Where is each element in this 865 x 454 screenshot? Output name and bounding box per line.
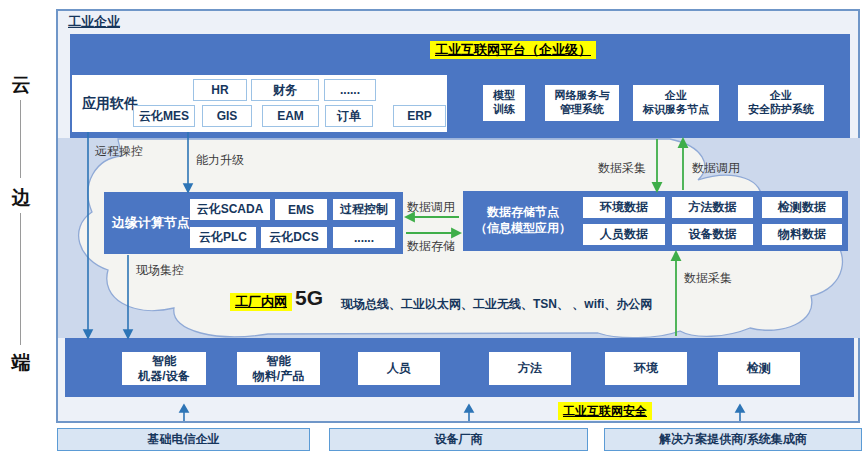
data-node-label: 数据存储节点 （信息模型应用） xyxy=(469,191,577,251)
flow-data-collect-top: 数据采集 xyxy=(598,160,646,177)
rail-label-edge: 边 xyxy=(6,185,36,211)
data-chip-material: 物料数据 xyxy=(762,224,842,245)
flow-remote-control: 远程操控 xyxy=(95,143,143,160)
org-equipment: 设备厂商 xyxy=(329,428,588,451)
terminal-env: 环境 xyxy=(605,352,687,385)
data-chip-env: 环境数据 xyxy=(583,197,665,218)
platform-title: 工业互联网平台（企业级） xyxy=(430,41,596,59)
edge-chip-plc: 云化PLC xyxy=(190,227,256,248)
terminal-person: 人员 xyxy=(358,352,440,385)
diagram-stage: 云 边 端 工业企业 工业互联网平台（企业级） 应用软件 HR 财务 .....… xyxy=(0,0,865,454)
rail-connector xyxy=(20,100,21,178)
terminal-smart-material: 智能 物料/产品 xyxy=(237,352,320,385)
app-chip-mes: 云化MES xyxy=(133,105,195,127)
app-chip-finance: 财务 xyxy=(251,79,319,101)
network-list: 现场总线、工业以太网、工业无线、TSN、 、wifi、办公网 xyxy=(341,296,652,313)
service-network-mgmt: 网络服务与 管理系统 xyxy=(545,85,619,121)
data-chip-method: 方法数据 xyxy=(672,197,753,218)
network-5g: 5G xyxy=(295,286,323,310)
flow-data-call-mid: 数据调用 xyxy=(407,199,455,216)
org-telecom: 基础电信企业 xyxy=(57,428,310,451)
edge-chip-dcs: 云化DCS xyxy=(261,227,327,248)
edge-chip-scada: 云化SCADA xyxy=(190,199,270,220)
data-chip-person: 人员数据 xyxy=(583,224,665,245)
edge-chip-more: ...... xyxy=(333,227,395,248)
edge-chip-ems: EMS xyxy=(275,199,327,220)
rail-connector xyxy=(20,213,21,345)
intranet-label: 工厂内网 xyxy=(230,293,292,311)
app-chip-order: 订单 xyxy=(325,105,373,127)
enterprise-title: 工业企业 xyxy=(68,13,120,31)
app-software-label: 应用软件 xyxy=(82,75,138,132)
flow-capability-upgrade: 能力升级 xyxy=(196,152,244,169)
security-label: 工业互联网安全 xyxy=(558,402,652,420)
terminal-method: 方法 xyxy=(489,352,571,385)
flow-data-store-mid: 数据存储 xyxy=(407,238,455,255)
org-integrator: 解决方案提供商/系统集成商 xyxy=(604,428,862,451)
terminal-detect: 检测 xyxy=(718,352,800,385)
terminal-smart-machine: 智能 机器/设备 xyxy=(122,352,206,385)
app-chip-erp: ERP xyxy=(393,105,446,127)
app-chip-hr: HR xyxy=(193,79,247,101)
flow-data-collect-bottom: 数据采集 xyxy=(684,270,732,287)
edge-node-label: 边缘计算节点 xyxy=(112,192,190,254)
rail-label-terminal: 端 xyxy=(6,350,36,376)
flow-data-call-top: 数据调用 xyxy=(692,160,740,177)
app-chip-more: ...... xyxy=(324,79,376,101)
app-chip-eam: EAM xyxy=(262,105,319,127)
app-chip-gis: GIS xyxy=(202,105,252,127)
flow-site-control: 现场集控 xyxy=(136,262,184,279)
data-chip-device: 设备数据 xyxy=(672,224,753,245)
edge-chip-process-control: 过程控制 xyxy=(333,199,395,220)
rail-label-cloud: 云 xyxy=(6,72,36,98)
service-security-system: 企业 安全防护系统 xyxy=(738,85,824,121)
service-id-node: 企业 标识服务节点 xyxy=(633,85,719,121)
service-model-training: 模型 训练 xyxy=(483,85,525,121)
data-chip-detect: 检测数据 xyxy=(762,197,842,218)
